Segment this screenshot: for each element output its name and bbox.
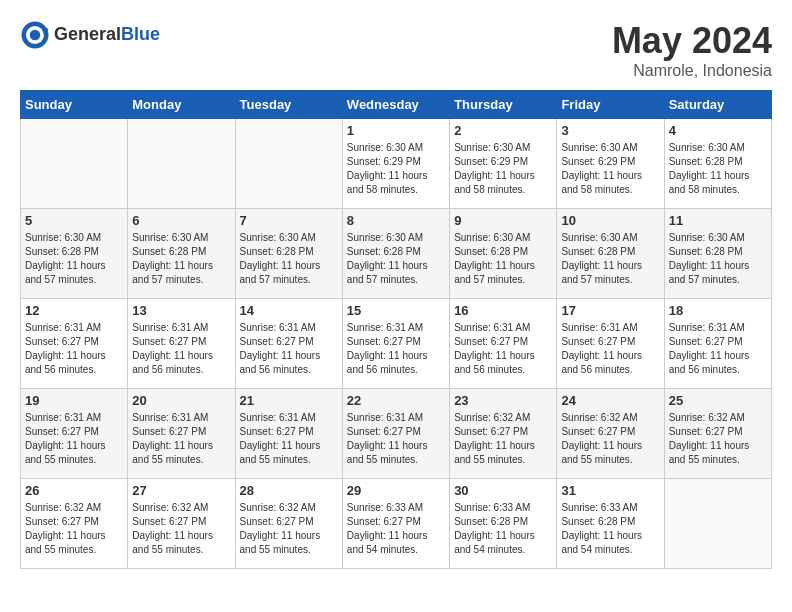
calendar-cell: 31Sunrise: 6:33 AM Sunset: 6:28 PM Dayli… [557,479,664,569]
day-number: 3 [561,123,659,138]
day-info: Sunrise: 6:31 AM Sunset: 6:27 PM Dayligh… [347,321,445,377]
day-number: 30 [454,483,552,498]
day-info: Sunrise: 6:31 AM Sunset: 6:27 PM Dayligh… [347,411,445,467]
calendar-cell: 6Sunrise: 6:30 AM Sunset: 6:28 PM Daylig… [128,209,235,299]
day-info: Sunrise: 6:31 AM Sunset: 6:27 PM Dayligh… [669,321,767,377]
calendar-cell: 15Sunrise: 6:31 AM Sunset: 6:27 PM Dayli… [342,299,449,389]
day-info: Sunrise: 6:31 AM Sunset: 6:27 PM Dayligh… [454,321,552,377]
day-number: 26 [25,483,123,498]
day-number: 31 [561,483,659,498]
day-info: Sunrise: 6:31 AM Sunset: 6:27 PM Dayligh… [132,411,230,467]
calendar-cell: 14Sunrise: 6:31 AM Sunset: 6:27 PM Dayli… [235,299,342,389]
day-number: 19 [25,393,123,408]
calendar-cell: 30Sunrise: 6:33 AM Sunset: 6:28 PM Dayli… [450,479,557,569]
calendar-cell [21,119,128,209]
day-info: Sunrise: 6:30 AM Sunset: 6:28 PM Dayligh… [669,141,767,197]
calendar-header-row: Sunday Monday Tuesday Wednesday Thursday… [21,91,772,119]
day-number: 5 [25,213,123,228]
day-number: 12 [25,303,123,318]
location: Namrole, Indonesia [612,62,772,80]
calendar-cell: 16Sunrise: 6:31 AM Sunset: 6:27 PM Dayli… [450,299,557,389]
day-info: Sunrise: 6:31 AM Sunset: 6:27 PM Dayligh… [25,321,123,377]
header-friday: Friday [557,91,664,119]
day-info: Sunrise: 6:33 AM Sunset: 6:28 PM Dayligh… [561,501,659,557]
day-number: 8 [347,213,445,228]
calendar-cell: 19Sunrise: 6:31 AM Sunset: 6:27 PM Dayli… [21,389,128,479]
calendar-cell: 18Sunrise: 6:31 AM Sunset: 6:27 PM Dayli… [664,299,771,389]
calendar-cell: 7Sunrise: 6:30 AM Sunset: 6:28 PM Daylig… [235,209,342,299]
calendar-cell: 2Sunrise: 6:30 AM Sunset: 6:29 PM Daylig… [450,119,557,209]
day-number: 29 [347,483,445,498]
header-sunday: Sunday [21,91,128,119]
day-number: 14 [240,303,338,318]
page-header: GeneralBlue May 2024 Namrole, Indonesia [20,20,772,80]
calendar-cell: 1Sunrise: 6:30 AM Sunset: 6:29 PM Daylig… [342,119,449,209]
calendar-cell: 24Sunrise: 6:32 AM Sunset: 6:27 PM Dayli… [557,389,664,479]
calendar-cell: 13Sunrise: 6:31 AM Sunset: 6:27 PM Dayli… [128,299,235,389]
day-number: 4 [669,123,767,138]
day-info: Sunrise: 6:30 AM Sunset: 6:28 PM Dayligh… [347,231,445,287]
logo-general: GeneralBlue [54,25,160,45]
day-info: Sunrise: 6:32 AM Sunset: 6:27 PM Dayligh… [132,501,230,557]
header-wednesday: Wednesday [342,91,449,119]
calendar-cell: 5Sunrise: 6:30 AM Sunset: 6:28 PM Daylig… [21,209,128,299]
day-info: Sunrise: 6:31 AM Sunset: 6:27 PM Dayligh… [132,321,230,377]
day-info: Sunrise: 6:30 AM Sunset: 6:28 PM Dayligh… [132,231,230,287]
calendar-week-row: 1Sunrise: 6:30 AM Sunset: 6:29 PM Daylig… [21,119,772,209]
day-number: 17 [561,303,659,318]
header-thursday: Thursday [450,91,557,119]
calendar-cell: 17Sunrise: 6:31 AM Sunset: 6:27 PM Dayli… [557,299,664,389]
day-number: 27 [132,483,230,498]
calendar-week-row: 26Sunrise: 6:32 AM Sunset: 6:27 PM Dayli… [21,479,772,569]
calendar-cell [128,119,235,209]
day-number: 21 [240,393,338,408]
day-number: 23 [454,393,552,408]
month-year: May 2024 [612,20,772,62]
calendar-cell: 26Sunrise: 6:32 AM Sunset: 6:27 PM Dayli… [21,479,128,569]
day-info: Sunrise: 6:30 AM Sunset: 6:28 PM Dayligh… [25,231,123,287]
header-monday: Monday [128,91,235,119]
calendar-week-row: 12Sunrise: 6:31 AM Sunset: 6:27 PM Dayli… [21,299,772,389]
day-info: Sunrise: 6:30 AM Sunset: 6:28 PM Dayligh… [454,231,552,287]
day-info: Sunrise: 6:30 AM Sunset: 6:29 PM Dayligh… [347,141,445,197]
day-info: Sunrise: 6:32 AM Sunset: 6:27 PM Dayligh… [669,411,767,467]
day-info: Sunrise: 6:33 AM Sunset: 6:27 PM Dayligh… [347,501,445,557]
calendar-cell: 22Sunrise: 6:31 AM Sunset: 6:27 PM Dayli… [342,389,449,479]
day-number: 2 [454,123,552,138]
calendar-cell: 20Sunrise: 6:31 AM Sunset: 6:27 PM Dayli… [128,389,235,479]
calendar-cell: 3Sunrise: 6:30 AM Sunset: 6:29 PM Daylig… [557,119,664,209]
calendar-cell: 8Sunrise: 6:30 AM Sunset: 6:28 PM Daylig… [342,209,449,299]
logo: GeneralBlue [20,20,160,50]
day-info: Sunrise: 6:30 AM Sunset: 6:28 PM Dayligh… [669,231,767,287]
day-number: 11 [669,213,767,228]
day-number: 16 [454,303,552,318]
calendar-cell [664,479,771,569]
day-info: Sunrise: 6:32 AM Sunset: 6:27 PM Dayligh… [25,501,123,557]
day-info: Sunrise: 6:32 AM Sunset: 6:27 PM Dayligh… [240,501,338,557]
logo-icon [20,20,50,50]
day-number: 18 [669,303,767,318]
day-number: 9 [454,213,552,228]
day-info: Sunrise: 6:31 AM Sunset: 6:27 PM Dayligh… [240,411,338,467]
day-number: 28 [240,483,338,498]
header-tuesday: Tuesday [235,91,342,119]
calendar-cell: 23Sunrise: 6:32 AM Sunset: 6:27 PM Dayli… [450,389,557,479]
day-info: Sunrise: 6:32 AM Sunset: 6:27 PM Dayligh… [454,411,552,467]
day-info: Sunrise: 6:30 AM Sunset: 6:29 PM Dayligh… [454,141,552,197]
calendar-cell: 9Sunrise: 6:30 AM Sunset: 6:28 PM Daylig… [450,209,557,299]
calendar-cell: 27Sunrise: 6:32 AM Sunset: 6:27 PM Dayli… [128,479,235,569]
calendar-cell [235,119,342,209]
calendar-cell: 29Sunrise: 6:33 AM Sunset: 6:27 PM Dayli… [342,479,449,569]
day-info: Sunrise: 6:31 AM Sunset: 6:27 PM Dayligh… [240,321,338,377]
calendar-cell: 28Sunrise: 6:32 AM Sunset: 6:27 PM Dayli… [235,479,342,569]
day-number: 7 [240,213,338,228]
calendar-table: Sunday Monday Tuesday Wednesday Thursday… [20,90,772,569]
day-info: Sunrise: 6:31 AM Sunset: 6:27 PM Dayligh… [561,321,659,377]
day-info: Sunrise: 6:31 AM Sunset: 6:27 PM Dayligh… [25,411,123,467]
day-info: Sunrise: 6:30 AM Sunset: 6:28 PM Dayligh… [561,231,659,287]
day-info: Sunrise: 6:32 AM Sunset: 6:27 PM Dayligh… [561,411,659,467]
day-number: 22 [347,393,445,408]
day-number: 24 [561,393,659,408]
day-number: 15 [347,303,445,318]
calendar-cell: 25Sunrise: 6:32 AM Sunset: 6:27 PM Dayli… [664,389,771,479]
